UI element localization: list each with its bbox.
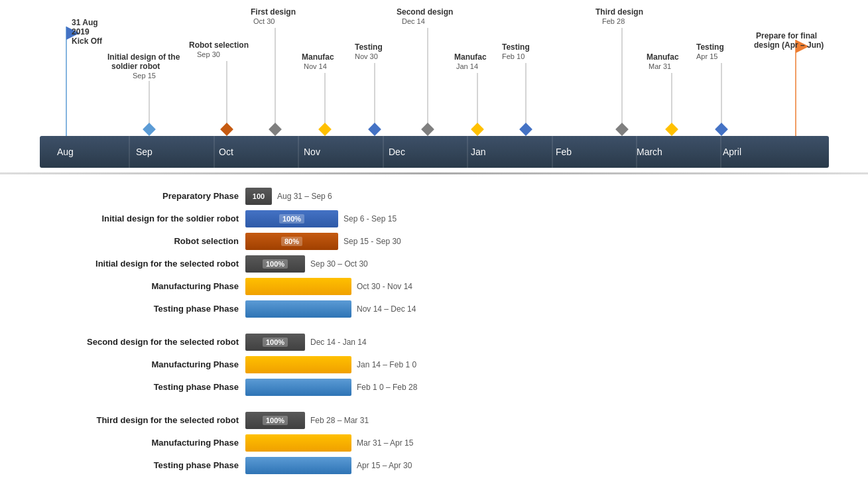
gantt-label-robot-selection: Robot selection: [40, 236, 245, 247]
svg-text:2019: 2019: [72, 27, 90, 36]
gantt-row-robot-selection: Robot selection 80% Sep 15 - Sep 30: [40, 233, 828, 250]
gantt-bar-area-initial-selected: 100% Sep 30 – Oct 30: [245, 255, 828, 273]
gantt-bar-second-design: 100%: [245, 334, 305, 351]
gantt-row-initial-selected: Initial design for the selected robot 10…: [40, 255, 828, 273]
svg-text:Feb 10: Feb 10: [502, 52, 525, 60]
svg-text:31 Aug: 31 Aug: [72, 18, 98, 27]
svg-text:Prepare for final: Prepare for final: [756, 31, 817, 40]
gantt-label-testing-3: Testing phase Phase: [40, 460, 245, 471]
svg-text:Sep 15: Sep 15: [133, 72, 156, 80]
svg-text:Third design: Third design: [595, 7, 643, 17]
svg-text:Oct 30: Oct 30: [253, 17, 275, 25]
svg-text:Sep 30: Sep 30: [197, 50, 220, 58]
gantt-label-testing-2: Testing phase Phase: [40, 382, 245, 393]
gantt-label-manufacturing-1: Manufacturing Phase: [40, 281, 245, 292]
svg-text:Manufac: Manufac: [302, 52, 334, 62]
svg-rect-63: [665, 123, 678, 136]
svg-text:Oct: Oct: [219, 147, 233, 157]
gantt-bar-third-design: 100%: [245, 412, 305, 429]
gantt-bar-manufacturing-1: [245, 278, 351, 295]
gantt-container: Aug Sep Oct Nov Dec Jan Feb March April …: [0, 0, 868, 493]
svg-text:Mar 31: Mar 31: [649, 62, 671, 70]
gap-1: [40, 323, 828, 334]
svg-text:Robot selection: Robot selection: [189, 40, 249, 50]
gantt-bar-initial-design: 100%: [245, 210, 338, 227]
svg-text:Aug: Aug: [57, 147, 74, 157]
timeline-section: Aug Sep Oct Nov Dec Jan Feb March April …: [0, 0, 868, 172]
gantt-bar-initial-selected: 100%: [245, 255, 305, 273]
gantt-row-testing-1: Testing phase Phase Nov 14 – Dec 14: [40, 300, 828, 318]
svg-text:soldier robot: soldier robot: [111, 62, 160, 71]
svg-text:Nov 30: Nov 30: [355, 52, 378, 60]
svg-text:Nov 14: Nov 14: [304, 62, 327, 70]
svg-text:First design: First design: [251, 7, 296, 17]
svg-rect-55: [519, 123, 532, 136]
gantt-section: Preparatory Phase 100 Aug 31 – Sep 6 Ini…: [0, 180, 868, 493]
gantt-bar-area-testing-3: Apr 15 – Apr 30: [245, 457, 828, 474]
gantt-bar-area-manufacturing-1: Oct 30 - Nov 14: [245, 278, 828, 295]
gantt-label-initial-design: Initial design for the soldier robot: [40, 214, 245, 225]
svg-text:design (Apr – Jun): design (Apr – Jun): [754, 40, 824, 50]
gantt-bar-robot-selection: 80%: [245, 233, 338, 250]
gantt-bar-area-third-design: 100% Feb 28 – Mar 31: [245, 412, 828, 429]
svg-text:Initial design of the: Initial design of the: [107, 52, 180, 62]
gantt-row-preparatory: Preparatory Phase 100 Aug 31 – Sep 6: [40, 188, 828, 205]
gantt-bar-area-robot-selection: 80% Sep 15 - Sep 30: [245, 233, 828, 250]
svg-text:Jan: Jan: [471, 147, 486, 157]
gantt-label-third-design: Third design for the selected robot: [40, 415, 245, 426]
gantt-label-second-design: Second design for the selected robot: [40, 337, 245, 348]
svg-text:Dec: Dec: [389, 147, 405, 157]
gantt-bar-area-preparatory: 100 Aug 31 – Sep 6: [245, 188, 828, 205]
svg-text:Kick Off: Kick Off: [72, 36, 103, 46]
gantt-label-manufacturing-3: Manufacturing Phase: [40, 438, 245, 449]
svg-rect-0: [40, 136, 829, 168]
gantt-bar-area-manufacturing-2: Jan 14 – Feb 1 0: [245, 356, 828, 373]
gantt-bar-testing-3: [245, 457, 351, 474]
svg-rect-59: [615, 123, 629, 136]
gantt-row-initial-design: Initial design for the soldier robot 100…: [40, 210, 828, 227]
svg-rect-27: [143, 123, 156, 136]
svg-text:Testing: Testing: [502, 42, 530, 52]
svg-text:April: April: [723, 147, 741, 157]
gantt-bar-area-initial-design: 100% Sep 6 - Sep 15: [245, 210, 828, 227]
gantt-bar-testing-1: [245, 300, 351, 318]
gantt-row-manufacturing-1: Manufacturing Phase Oct 30 - Nov 14: [40, 278, 828, 295]
gap-2: [40, 401, 828, 412]
gantt-row-testing-2: Testing phase Phase Feb 1 0 – Feb 28: [40, 379, 828, 396]
gantt-bar-area-manufacturing-3: Mar 31 – Apr 15: [245, 434, 828, 452]
divider: [0, 172, 868, 174]
svg-rect-35: [269, 123, 282, 136]
gantt-bar-manufacturing-2: [245, 356, 351, 373]
svg-text:Sep: Sep: [136, 147, 153, 157]
gantt-row-manufacturing-3: Manufacturing Phase Mar 31 – Apr 15: [40, 434, 828, 452]
gantt-row-third-design: Third design for the selected robot 100%…: [40, 412, 828, 429]
svg-rect-51: [471, 123, 484, 136]
gantt-label-manufacturing-2: Manufacturing Phase: [40, 359, 245, 371]
svg-rect-47: [421, 123, 434, 136]
svg-text:Feb: Feb: [556, 147, 572, 157]
gantt-bar-area-second-design: 100% Dec 14 - Jan 14: [245, 334, 828, 351]
gantt-row-second-design: Second design for the selected robot 100…: [40, 334, 828, 351]
svg-rect-43: [368, 123, 381, 136]
svg-text:Manufac: Manufac: [454, 52, 487, 62]
svg-rect-67: [715, 123, 728, 136]
svg-text:Testing: Testing: [355, 42, 383, 52]
svg-text:Testing: Testing: [696, 42, 724, 52]
gantt-label-testing-1: Testing phase Phase: [40, 304, 245, 315]
svg-text:Nov: Nov: [304, 147, 320, 157]
gantt-label-initial-selected: Initial design for the selected robot: [40, 259, 245, 270]
svg-text:Jan 14: Jan 14: [456, 62, 478, 70]
svg-text:Feb 28: Feb 28: [602, 17, 625, 25]
svg-text:Apr 15: Apr 15: [696, 52, 717, 60]
gantt-row-manufacturing-2: Manufacturing Phase Jan 14 – Feb 1 0: [40, 356, 828, 373]
svg-text:Manufac: Manufac: [647, 52, 679, 62]
svg-rect-39: [318, 123, 332, 136]
gantt-bar-testing-2: [245, 379, 351, 396]
svg-text:March: March: [637, 147, 662, 157]
gantt-label-preparatory: Preparatory Phase: [40, 191, 245, 202]
gantt-bar-manufacturing-3: [245, 434, 351, 452]
gantt-row-testing-3: Testing phase Phase Apr 15 – Apr 30: [40, 457, 828, 474]
gantt-bar-area-testing-2: Feb 1 0 – Feb 28: [245, 379, 828, 396]
gantt-bar-preparatory: 100: [245, 188, 272, 205]
svg-rect-31: [220, 123, 233, 136]
